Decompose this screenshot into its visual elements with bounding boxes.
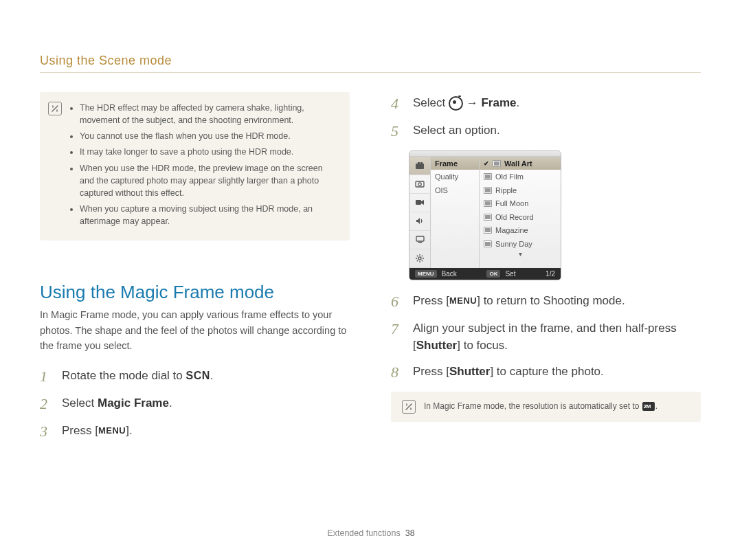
text-bold: Magic Frame bbox=[98, 396, 169, 410]
step-number: 1 bbox=[40, 368, 52, 385]
frame-thumb-icon bbox=[484, 187, 492, 194]
note-icon bbox=[402, 400, 416, 414]
note-item: It may take longer to save a photo using… bbox=[80, 146, 339, 158]
step-number: 6 bbox=[391, 293, 403, 311]
camera-icon bbox=[449, 96, 463, 111]
footer-page-indicator: 1/2 bbox=[546, 270, 555, 278]
section-title: Using the Magic Frame mode bbox=[40, 282, 350, 303]
step-number: 2 bbox=[40, 395, 52, 413]
section-intro: In Magic Frame mode, you can apply vario… bbox=[40, 307, 350, 353]
note-icon bbox=[48, 102, 62, 115]
steps-right-cont: 6 Press [MENU] to return to Shooting mod… bbox=[391, 293, 701, 382]
svg-line-16 bbox=[422, 256, 423, 256]
frame-thumb-icon bbox=[484, 200, 492, 207]
note-item: The HDR effect may be affected by camera… bbox=[80, 102, 339, 126]
note-item: You cannot use the flash when you use th… bbox=[80, 130, 339, 142]
text: ] to return to Shooting mode. bbox=[477, 294, 625, 307]
page-footer: Extended functions 38 bbox=[0, 528, 742, 538]
svg-rect-2 bbox=[420, 162, 423, 164]
cam-tab-settings-icon bbox=[409, 249, 430, 268]
frame-thumb-icon bbox=[484, 240, 492, 247]
cam-right-row: Old Record bbox=[480, 210, 561, 224]
menu-icon: MENU bbox=[449, 295, 477, 308]
text-bold: Frame bbox=[481, 96, 516, 109]
ok-button-icon: OK bbox=[486, 270, 500, 278]
note-text: In Magic Frame mode, the resolution is a… bbox=[424, 401, 657, 412]
cam-right-row: Magazine bbox=[480, 223, 561, 237]
svg-rect-0 bbox=[416, 164, 424, 169]
svg-line-14 bbox=[422, 260, 423, 261]
cam-right-row: Ripple bbox=[480, 183, 561, 197]
steps-left: 1 Rotate the mode dial to SCN. 2 Select … bbox=[40, 368, 350, 441]
step-text: Select an option. bbox=[413, 122, 500, 139]
svg-rect-5 bbox=[416, 200, 421, 205]
resolution-icon bbox=[642, 402, 655, 411]
frame-thumb-icon bbox=[493, 160, 501, 167]
text: Rotate the mode dial to bbox=[62, 369, 186, 382]
cam-tab-display-icon bbox=[409, 231, 430, 249]
cam-right-row: Full Moon bbox=[480, 197, 561, 210]
chevron-down-icon: ▾ bbox=[480, 250, 561, 258]
cam-right-row: Old Film bbox=[480, 170, 561, 183]
cam-tab-camera-icon bbox=[409, 175, 430, 194]
cam-tab-scene-icon bbox=[409, 157, 430, 175]
text: Press [ bbox=[413, 365, 449, 378]
svg-rect-7 bbox=[418, 242, 422, 243]
text: Press [ bbox=[62, 424, 98, 437]
step-text: Press [MENU] to return to Shooting mode. bbox=[413, 293, 625, 310]
note-item: When you capture a moving subject using … bbox=[80, 203, 339, 227]
frame-thumb-icon bbox=[484, 227, 492, 234]
step-number: 8 bbox=[391, 363, 403, 381]
step-number: 7 bbox=[391, 320, 403, 338]
cam-left-row: Quality bbox=[431, 170, 479, 183]
svg-point-8 bbox=[418, 257, 421, 260]
text: ] to focus. bbox=[457, 339, 508, 352]
camera-menu-screenshot: Frame Quality OIS ✔Wall Art Old Film Rip… bbox=[409, 150, 561, 280]
step-number: 4 bbox=[391, 95, 403, 113]
arrow-icon: → bbox=[463, 96, 481, 109]
svg-rect-6 bbox=[416, 236, 424, 241]
footer-page-number: 38 bbox=[405, 528, 415, 538]
step-text: Press [Shutter] to capture the photo. bbox=[413, 363, 604, 381]
text: Select bbox=[413, 96, 449, 109]
steps-right: 4 Select → Frame. 5 Select an option. bbox=[391, 95, 701, 141]
step-text: Rotate the mode dial to SCN. bbox=[62, 368, 214, 385]
svg-point-4 bbox=[418, 183, 421, 186]
text: . bbox=[210, 369, 214, 382]
step-number: 5 bbox=[391, 122, 403, 140]
cam-right-row: Sunny Day bbox=[480, 237, 561, 251]
text: . bbox=[169, 396, 172, 410]
frame-thumb-icon bbox=[484, 173, 492, 180]
scn-icon: SCN bbox=[186, 368, 210, 383]
cam-left-row: OIS bbox=[431, 183, 479, 197]
frame-thumb-icon bbox=[484, 214, 492, 221]
text-bold: Shutter bbox=[449, 365, 491, 378]
menu-icon: MENU bbox=[98, 425, 126, 438]
cam-tab-video-icon bbox=[409, 194, 430, 212]
breadcrumb: Using the Scene mode bbox=[40, 54, 701, 73]
text: Press [ bbox=[413, 294, 449, 307]
cam-left-row: Frame bbox=[431, 157, 479, 170]
step-text: Align your subject in the frame, and the… bbox=[413, 320, 701, 354]
footer-section: Extended functions bbox=[327, 528, 400, 538]
left-column: The HDR effect may be affected by camera… bbox=[40, 92, 350, 451]
note-item: When you use the HDR mode, the preview i… bbox=[80, 162, 339, 199]
right-column: 4 Select → Frame. 5 Select an option. bbox=[391, 92, 701, 451]
svg-line-13 bbox=[417, 256, 418, 256]
note-box-hdr: The HDR effect may be affected by camera… bbox=[40, 92, 350, 240]
step-text: Select → Frame. bbox=[413, 95, 519, 112]
text: ] to capture the photo. bbox=[490, 365, 603, 378]
text-bold: Shutter bbox=[416, 339, 458, 352]
step-number: 3 bbox=[40, 423, 52, 440]
footer-back-label: Back bbox=[442, 270, 457, 278]
cam-right-row: ✔Wall Art bbox=[480, 157, 561, 170]
menu-button-icon: MENU bbox=[415, 270, 437, 278]
cam-tab-sound-icon bbox=[409, 212, 430, 231]
text: ]. bbox=[126, 424, 132, 437]
step-text: Press [MENU]. bbox=[62, 423, 133, 440]
step-text: Select Magic Frame. bbox=[62, 395, 172, 412]
text: . bbox=[516, 96, 519, 109]
footer-set-label: Set bbox=[505, 270, 515, 278]
note-box-resolution: In Magic Frame mode, the resolution is a… bbox=[391, 392, 701, 422]
text: Select bbox=[62, 396, 98, 410]
